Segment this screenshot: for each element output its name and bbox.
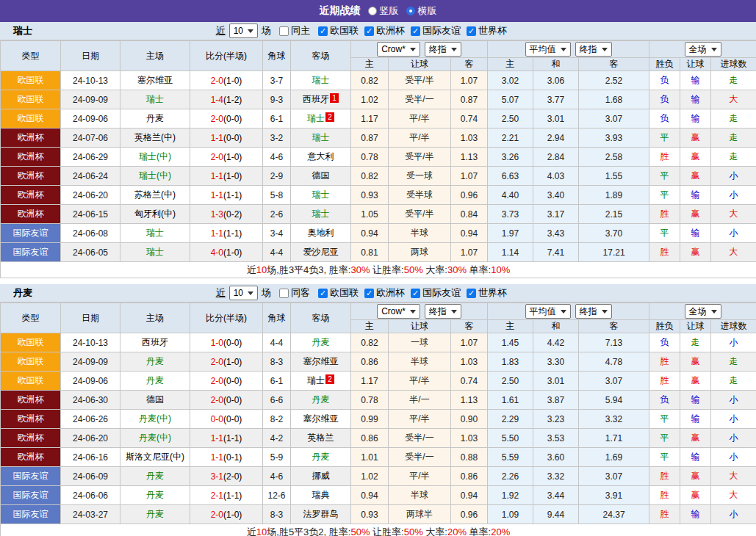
sub-header-home-odds: 主: [351, 58, 389, 71]
win-draw-loss-result: 负: [649, 391, 680, 410]
average-select[interactable]: 平均值: [525, 304, 571, 319]
competition-checkbox-worldcup[interactable]: [467, 26, 476, 36]
away-team: 挪威: [291, 467, 351, 486]
competition-label-worldcup: 世界杯: [478, 286, 507, 300]
competition-type-badge: 国际友谊: [1, 467, 61, 486]
competition-checkbox-euro[interactable]: [364, 26, 374, 36]
away-handicap-odds: 0.94: [451, 486, 488, 505]
col-header-home: 主场: [120, 41, 190, 71]
section-gap: [0, 278, 756, 284]
handicap-result: 输: [680, 71, 711, 90]
bookmaker-select[interactable]: Crow*: [377, 304, 420, 319]
competition-label-worldcup: 世界杯: [478, 24, 507, 37]
corner-score: 8-2: [263, 410, 291, 429]
goals-over-under-result: 小: [711, 186, 756, 205]
competition-checkbox-friendly[interactable]: [411, 26, 420, 36]
avg-away-odds: 1.89: [579, 186, 649, 205]
scope-select[interactable]: 全场: [685, 304, 721, 319]
home-handicap-odds: 1.01: [351, 448, 389, 467]
team-label: 苏格兰(中): [134, 189, 176, 200]
final-odds-select[interactable]: 终指: [425, 42, 461, 57]
handicap-result: 赢: [680, 372, 711, 391]
away-handicap-odds: 0.94: [451, 224, 488, 243]
sub-header-handicap-result: 让球: [680, 58, 711, 71]
avg-draw-odds: 3.44: [533, 486, 579, 505]
away-handicap-odds: 0.87: [451, 90, 488, 109]
win-draw-loss-result: 平: [649, 410, 680, 429]
col-header-away: 客场: [291, 41, 351, 71]
corner-score: 5-8: [263, 186, 291, 205]
radio-unchecked-icon[interactable]: [368, 7, 377, 15]
team-label: 德国: [312, 170, 330, 181]
half-time-score: (1-0): [223, 152, 242, 162]
match-count-select[interactable]: 10: [229, 286, 258, 300]
handicap-line: 平/半: [389, 372, 451, 391]
match-row: 国际友谊24-06-06丹麦2-1(1-1)12-6瑞典0.94半球0.941.…: [1, 486, 756, 505]
competition-checkbox-league[interactable]: [318, 289, 328, 298]
home-team: 苏格兰(中): [120, 186, 190, 205]
team-label: 丹麦: [146, 471, 164, 481]
average-select[interactable]: 平均值: [525, 42, 571, 57]
rank-badge: 1: [330, 93, 339, 103]
competition-checkbox-worldcup[interactable]: [467, 289, 476, 298]
team-label: 瑞士: [307, 375, 325, 385]
near-label[interactable]: 近: [216, 24, 226, 37]
radio-checked-icon[interactable]: [406, 7, 415, 15]
team-filter-bar: 瑞士 近 10 场 同主 欧国联 欧洲杯 国际友谊 世界杯: [0, 22, 756, 40]
team-filter-bar: 丹麦 近 10 场 同客 欧国联 欧洲杯 国际友谊 世界杯: [0, 284, 756, 303]
summary-stat-value: 10: [256, 264, 267, 275]
match-count-select[interactable]: 10: [229, 23, 258, 38]
layout-radio-vertical[interactable]: 竖版: [368, 4, 399, 18]
same-side-checkbox[interactable]: [279, 289, 289, 298]
rank-badge: 2: [325, 374, 334, 384]
near-label[interactable]: 近: [216, 286, 226, 300]
half-time-score: (1-0): [223, 171, 242, 181]
sub-header-goals: 进球数: [711, 58, 756, 71]
match-date: 24-06-16: [61, 448, 120, 467]
final-odds-select[interactable]: 终指: [575, 304, 612, 319]
corner-score: 4-6: [263, 467, 291, 486]
summary-text: 大率:: [423, 264, 447, 275]
away-team: 瑞士: [291, 186, 351, 205]
handicap-result: 赢: [680, 352, 711, 372]
summary-text: 单率:: [467, 526, 491, 536]
corner-score: 9-3: [263, 90, 291, 109]
handicap-line: 半球: [389, 224, 451, 243]
home-handicap-odds: 0.87: [351, 128, 389, 148]
scope-select[interactable]: 全场: [685, 42, 721, 57]
sub-header-away-odds: 客: [451, 320, 488, 333]
win-draw-loss-result: 胜: [649, 505, 680, 524]
corner-score: 4-4: [263, 333, 291, 352]
avg-away-odds: 1.71: [579, 429, 649, 448]
match-date: 24-06-20: [61, 429, 120, 448]
competition-checkbox-league[interactable]: [318, 26, 328, 36]
home-handicap-odds: 0.78: [351, 148, 389, 167]
full-time-score: 3-1: [211, 471, 223, 482]
match-score: 0-0(0-0): [190, 410, 263, 429]
chevron-down-icon: [602, 48, 608, 51]
match-score: 2-0(0-0): [190, 391, 263, 410]
home-handicap-odds: 0.86: [351, 352, 389, 372]
full-time-score: 1-4: [211, 95, 223, 105]
avg-draw-odds: 2.94: [533, 128, 579, 148]
corner-score: 6-1: [263, 109, 291, 128]
same-side-checkbox[interactable]: [279, 26, 289, 36]
avg-draw-odds: 3.06: [533, 71, 579, 90]
final-odds-select[interactable]: 终指: [425, 304, 461, 319]
competition-checkbox-euro[interactable]: [364, 289, 374, 298]
avg-draw-odds: 3.01: [533, 372, 579, 391]
sub-header-avg-home: 主: [488, 320, 533, 333]
match-date: 24-06-26: [61, 410, 120, 429]
final-odds-select[interactable]: 终指: [575, 42, 612, 57]
competition-checkbox-friendly[interactable]: [411, 289, 420, 298]
home-handicap-odds: 0.94: [351, 224, 389, 243]
result-group-header: 全场: [649, 41, 756, 58]
chevron-down-icon: [711, 48, 717, 51]
handicap-line: 两球: [389, 243, 451, 262]
handicap-result: 赢: [680, 148, 711, 167]
match-score: 1-1(1-1): [190, 224, 263, 243]
bookmaker-select[interactable]: Crow*: [377, 42, 420, 57]
away-handicap-odds: 1.07: [451, 333, 488, 352]
corner-score: 8-3: [263, 352, 291, 372]
layout-radio-horizontal[interactable]: 横版: [406, 4, 437, 18]
